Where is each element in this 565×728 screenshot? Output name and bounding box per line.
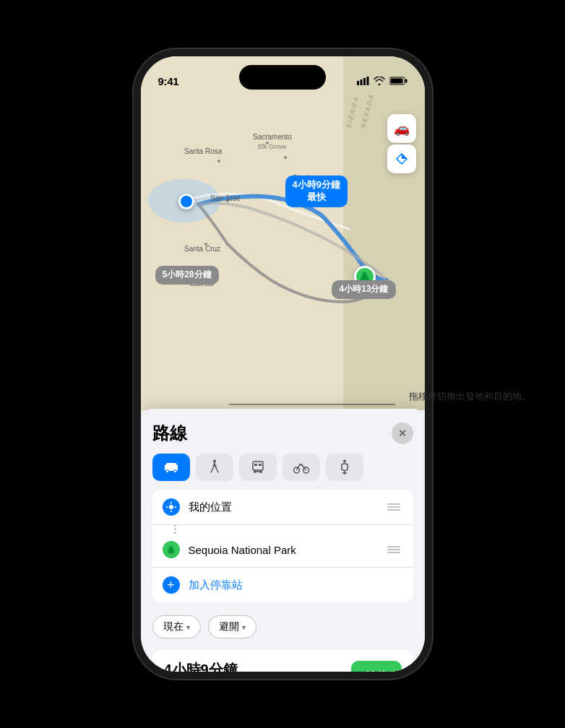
svg-rect-33 [253, 462, 263, 470]
status-time: 9:41 [158, 75, 179, 87]
transit-tab-icon [251, 460, 265, 474]
phone-frame: 9:41 [141, 56, 425, 672]
svg-point-30 [166, 470, 168, 472]
locations-card: 我的位置 🌲 [152, 490, 413, 602]
car-map-button[interactable]: 🚗 [387, 114, 416, 143]
origin-row[interactable]: 我的位置 [152, 490, 413, 525]
walk-tab-icon [208, 459, 221, 475]
origin-icon [163, 498, 180, 516]
svg-text:San Jose: San Jose [210, 194, 241, 202]
fastest-time-bubble: 4小時9分鐘 最快 [285, 176, 348, 207]
location-map-button[interactable] [387, 144, 416, 173]
close-button[interactable]: ✕ [392, 422, 413, 444]
options-row: 現在 ▾ 避開 ▾ [141, 610, 425, 644]
svg-text:Elk Grove: Elk Grove [258, 143, 287, 150]
destination-text: Sequoia National Park [189, 544, 384, 556]
time-option-button[interactable]: 現在 ▾ [152, 615, 201, 638]
annotation-area: 拖移來切換出發地和目的地。 [392, 386, 543, 407]
map-controls: 🚗 [387, 114, 416, 173]
status-icons [357, 77, 407, 85]
time-chevron-icon: ▾ [186, 623, 190, 631]
svg-rect-27 [166, 463, 176, 467]
tab-transit[interactable] [239, 454, 277, 481]
signal-icon [357, 77, 369, 85]
route-card-1: 4小時9分鐘 420 公里・最快路線 前往 [152, 650, 413, 672]
svg-text:Santa Cruz: Santa Cruz [184, 245, 220, 253]
svg-point-32 [213, 460, 216, 463]
svg-rect-1 [360, 79, 362, 85]
origin-location-dot [178, 194, 194, 209]
svg-point-37 [259, 470, 262, 473]
route-1-info: 4小時9分鐘 420 公里・最快路線 [164, 660, 241, 672]
wifi-icon [374, 77, 385, 85]
bike-tab-icon [293, 461, 309, 474]
battery-icon [389, 77, 407, 85]
tab-walk[interactable] [196, 454, 233, 481]
route2-time-bubble: 5小時28分鐘 [155, 266, 219, 285]
svg-rect-0 [357, 81, 359, 85]
car-tab-icon [163, 462, 179, 473]
dynamic-island [239, 65, 326, 90]
bottom-sheet: 路線 ✕ [141, 409, 425, 672]
avoid-option-button[interactable]: 避開 ▾ [208, 615, 256, 638]
map-area: Santa Rosa Sacramento Elk Grove Stockton… [141, 56, 425, 410]
avoid-chevron-icon: ▾ [242, 623, 246, 631]
svg-rect-5 [405, 79, 407, 83]
tab-rideshare[interactable] [326, 454, 363, 481]
add-stop-icon: + [163, 576, 180, 594]
svg-rect-3 [366, 77, 368, 85]
svg-rect-2 [363, 78, 366, 85]
destination-drag-handle[interactable] [384, 543, 403, 556]
sheet-header: 路線 ✕ [141, 409, 425, 454]
map-svg: Santa Rosa Sacramento Elk Grove Stockton… [141, 56, 425, 410]
add-stop-row[interactable]: + 加入停靠站 [152, 568, 413, 602]
svg-point-10 [217, 160, 220, 162]
svg-text:Santa Rosa: Santa Rosa [184, 147, 223, 155]
svg-rect-6 [390, 79, 402, 84]
tab-bike[interactable] [282, 454, 320, 481]
location-icon [166, 502, 176, 512]
sheet-title: 路線 [152, 422, 187, 445]
annotation-text: 拖移來切換出發地和目的地。 [406, 386, 543, 407]
svg-text:Sacramento: Sacramento [253, 133, 292, 141]
route-1-duration: 4小時9分鐘 [164, 660, 241, 672]
add-stop-text: 加入停靠站 [189, 578, 403, 592]
svg-rect-35 [259, 464, 262, 466]
origin-text: 我的位置 [189, 500, 384, 514]
destination-icon: 🌲 [163, 541, 180, 558]
transport-tabs [141, 454, 425, 481]
route3-time-bubble: 4小時13分鐘 [332, 280, 395, 299]
origin-drag-handle[interactable] [384, 500, 403, 514]
svg-point-31 [174, 470, 176, 472]
svg-point-36 [254, 470, 256, 473]
svg-point-41 [343, 460, 346, 463]
svg-rect-34 [254, 464, 257, 466]
location-arrow-icon [395, 152, 408, 165]
svg-point-44 [169, 505, 173, 509]
route-1-go-button[interactable]: 前往 [351, 661, 402, 672]
tab-drive[interactable] [152, 454, 190, 481]
rideshare-tab-icon [338, 459, 351, 475]
destination-row[interactable]: 🌲 Sequoia National Park [152, 532, 413, 568]
svg-point-12 [284, 156, 287, 159]
